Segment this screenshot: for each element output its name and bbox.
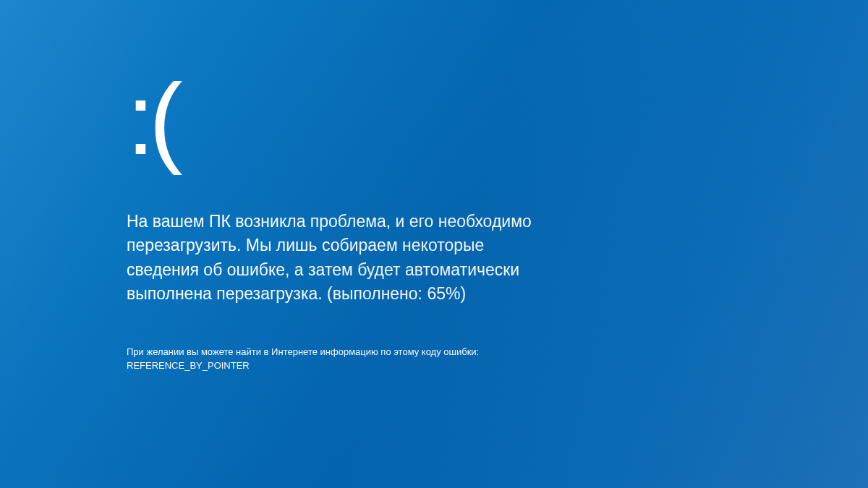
error-message: На вашем ПК возникла проблема, и его нео… (127, 210, 532, 306)
sad-face-emoticon: :( (127, 69, 550, 170)
error-code-info: При желании вы можете найти в Интернете … (127, 346, 550, 372)
bsod-container: :( На вашем ПК возникла проблема, и его … (0, 0, 550, 372)
